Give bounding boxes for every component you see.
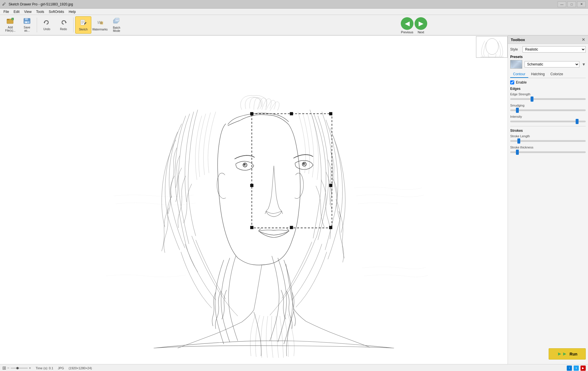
stroke-thickness-slider[interactable]: [510, 151, 586, 153]
svg-point-25: [244, 164, 245, 165]
toolbox-header: Toolbox ✕: [508, 36, 588, 44]
style-select[interactable]: Realistic Artistic Simple: [523, 46, 586, 53]
svg-rect-1: [7, 19, 9, 20]
svg-rect-10: [81, 20, 85, 25]
sel-handle-bc[interactable]: [290, 226, 293, 229]
sketch-button[interactable]: Sketch: [75, 16, 91, 34]
sel-handle-mr[interactable]: [329, 184, 332, 187]
zoom-slider-thumb[interactable]: [16, 367, 19, 369]
dimensions-status: (1920×1280×24): [69, 366, 92, 370]
enable-row: Enable: [510, 80, 586, 84]
presets-row: Schematic Classic Modern Detailed ▼: [510, 60, 586, 69]
intensity-group: Intensity: [510, 115, 586, 123]
format-status: JPG: [58, 366, 64, 370]
toolbox-title: Toolbox: [511, 38, 525, 42]
sel-handle-bl[interactable]: [250, 226, 253, 229]
minimize-button[interactable]: —: [558, 1, 566, 7]
svg-rect-7: [26, 22, 27, 23]
toolbox-content: Style Realistic Artistic Simple Presets: [508, 44, 588, 344]
youtube-icon[interactable]: ▶: [581, 366, 586, 371]
zoom-fit-icon[interactable]: ⊞: [2, 365, 6, 371]
edge-strength-label: Edge Strength: [510, 92, 586, 96]
stroke-thickness-group: Stroke thickness: [510, 146, 586, 154]
zoom-out-button[interactable]: −: [7, 366, 9, 370]
title-bar: 🖊 Sketch Drawer Pro - girl-511883_1920.j…: [0, 0, 588, 9]
watermarks-button[interactable]: W © Watermarks: [92, 16, 108, 34]
sketch-svg: [0, 36, 508, 364]
save-label: Save: [24, 26, 30, 29]
info-icon[interactable]: i: [567, 366, 572, 371]
sel-handle-tr[interactable]: [329, 112, 332, 115]
add-files-sublabel: File(s)...: [5, 29, 16, 32]
save-sublabel: as...: [24, 29, 30, 32]
enable-label: Enable: [516, 80, 527, 84]
svg-text:©: ©: [100, 22, 102, 24]
edge-strength-slider[interactable]: [510, 98, 586, 100]
sel-handle-tc[interactable]: [290, 112, 293, 115]
undo-icon: [43, 20, 51, 27]
toolbar-separator-2: [73, 18, 74, 32]
menu-edit[interactable]: Edit: [11, 9, 22, 14]
twitter-icon[interactable]: t: [574, 366, 579, 371]
menu-view[interactable]: View: [22, 9, 34, 14]
smudging-slider[interactable]: [510, 109, 586, 111]
next-nav-wrap: ▶ Next: [415, 17, 427, 34]
window-title: Sketch Drawer Pro - girl-511883_1920.jpg: [9, 2, 558, 6]
zoom-in-button[interactable]: +: [29, 366, 31, 370]
batch-icon: [113, 18, 120, 26]
thumbnail-area: [476, 36, 508, 58]
style-row: Style Realistic Artistic Simple: [510, 46, 586, 53]
zoom-area: ⊞ − +: [2, 365, 31, 371]
menu-file[interactable]: File: [1, 9, 11, 14]
canvas-area[interactable]: [0, 36, 508, 364]
toolbar: + Add File(s)... Save as...: [0, 15, 588, 35]
menu-softorbits[interactable]: SoftOrbits: [47, 9, 66, 14]
undo-label: Undo: [43, 28, 50, 31]
menu-tools[interactable]: Tools: [34, 9, 47, 14]
sketch-icon: [80, 19, 87, 27]
run-button[interactable]: ►► Run: [549, 348, 586, 360]
undo-button[interactable]: Undo: [39, 16, 55, 34]
style-label: Style: [510, 47, 520, 51]
previous-nav-wrap: ◀ Previous: [401, 17, 413, 34]
sel-handle-br[interactable]: [329, 226, 332, 229]
status-bar: ⊞ − + Time (s): 0.1 JPG (1920×1280×24) i…: [0, 364, 588, 371]
redo-icon: [60, 20, 67, 27]
svg-marker-8: [44, 21, 45, 24]
intensity-slider[interactable]: [510, 121, 586, 122]
batch-label: Batch: [113, 26, 120, 29]
svg-point-28: [486, 38, 498, 55]
sel-handle-tl[interactable]: [250, 112, 253, 115]
add-files-button[interactable]: + Add File(s)...: [2, 16, 18, 34]
maximize-button[interactable]: □: [567, 1, 576, 7]
zoom-slider-track[interactable]: [11, 368, 28, 369]
toolbar-separator-1: [37, 18, 37, 32]
svg-marker-9: [65, 21, 67, 24]
presets-select[interactable]: Schematic Classic Modern Detailed: [525, 61, 579, 67]
time-status: Time (s): 0.1: [36, 366, 53, 370]
stroke-length-group: Stroke Length: [510, 134, 586, 143]
run-button-area: ►► Run: [508, 344, 588, 364]
next-button[interactable]: ▶: [415, 17, 427, 30]
stroke-length-slider[interactable]: [510, 140, 586, 142]
save-icon: [23, 18, 31, 25]
toolbox-close-button[interactable]: ✕: [582, 37, 585, 42]
enable-checkbox[interactable]: [510, 80, 514, 84]
social-icons: i t ▶: [567, 366, 586, 371]
sel-handle-ml[interactable]: [250, 184, 253, 187]
menu-help[interactable]: Help: [66, 9, 78, 14]
tab-colorize[interactable]: Colorize: [548, 71, 566, 78]
previous-button[interactable]: ◀: [401, 17, 413, 30]
watermarks-label: Watermarks: [92, 28, 108, 31]
presets-label: Presets: [510, 55, 586, 59]
tab-contour[interactable]: Contour: [510, 71, 528, 78]
save-as-button[interactable]: Save as...: [19, 16, 35, 34]
stroke-length-label: Stroke Length: [510, 134, 586, 138]
presets-dropdown-arrow[interactable]: ▼: [582, 62, 586, 67]
batch-mode-button[interactable]: Batch Mode: [109, 16, 125, 34]
tab-hatching[interactable]: Hatching: [528, 71, 548, 78]
close-button[interactable]: ✕: [577, 1, 586, 7]
redo-button[interactable]: Redo: [55, 16, 71, 34]
window-controls: — □ ✕: [558, 1, 586, 7]
sketch-wrapper: [0, 36, 508, 364]
